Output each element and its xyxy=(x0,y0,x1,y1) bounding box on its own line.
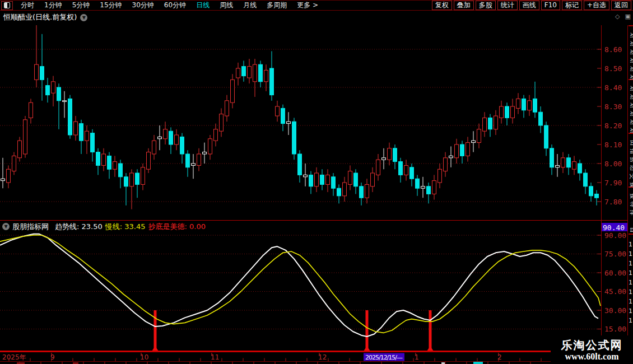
svg-text:1: 1 xyxy=(629,260,632,267)
svg-text:2025/12/15/—: 2025/12/15/— xyxy=(365,354,403,361)
svg-text:8.10: 8.10 xyxy=(604,141,622,149)
svg-text:1: 1 xyxy=(629,250,632,258)
svg-text:90.40: 90.40 xyxy=(603,223,625,232)
svg-text:9: 9 xyxy=(50,353,55,361)
toolbar-button-2[interactable]: 叠加 xyxy=(454,1,474,10)
toolbar-button-5[interactable]: 画线 xyxy=(519,1,539,10)
svg-text:8.00: 8.00 xyxy=(604,160,622,168)
period-tab-10[interactable]: 多周期 xyxy=(262,1,292,10)
svg-text:接: 接 xyxy=(630,193,633,199)
svg-text:划: 划 xyxy=(630,66,633,72)
svg-text:划: 划 xyxy=(630,111,633,116)
svg-text:1: 1 xyxy=(629,288,632,296)
svg-text:8.50: 8.50 xyxy=(604,64,622,73)
period-tab-5[interactable]: 30分钟 xyxy=(127,1,159,10)
toolbar-button-3[interactable]: 多股 xyxy=(476,1,496,10)
toolbar-button-1[interactable]: 复权 xyxy=(432,1,452,10)
toolbar-button-4[interactable]: 统计 xyxy=(497,1,518,10)
svg-text:接: 接 xyxy=(630,182,633,188)
svg-text:1: 1 xyxy=(629,317,632,324)
svg-text:1: 1 xyxy=(629,241,632,248)
svg-text:田: 田 xyxy=(630,140,633,146)
top-toolbar: 分时1分钟5分钟15分钟30分钟60分钟日线周线月线多周期更多 > 复权叠加多股… xyxy=(0,0,633,11)
period-tabs: 分时1分钟5分钟15分钟30分钟60分钟日线周线月线多周期更多 > xyxy=(16,1,323,10)
svg-text:指: 指 xyxy=(630,148,633,154)
svg-text:45.00: 45.00 xyxy=(604,287,626,296)
period-tab-1[interactable]: 分时 xyxy=(16,1,39,10)
toolbar-button-9[interactable]: 返回 xyxy=(611,1,631,10)
chart-corner-icons: ◇ ▣ xyxy=(615,13,631,20)
svg-text:划: 划 xyxy=(630,86,633,91)
svg-text:7.80: 7.80 xyxy=(604,198,622,206)
watermark-site-name: 乐淘公式网 xyxy=(561,338,623,352)
svg-text:划: 划 xyxy=(630,102,633,108)
svg-text:1: 1 xyxy=(629,269,632,277)
svg-text:1: 1 xyxy=(415,353,419,361)
svg-text:划: 划 xyxy=(630,32,633,38)
svg-text:排: 排 xyxy=(630,209,633,216)
svg-text:7.90: 7.90 xyxy=(604,179,622,187)
svg-text:恐: 恐 xyxy=(630,165,633,171)
svg-text:划: 划 xyxy=(630,49,633,55)
watermark-url: www.60lt.com xyxy=(565,352,619,362)
svg-text:划: 划 xyxy=(630,119,633,125)
toolbar-button-8[interactable]: +自选 xyxy=(584,1,609,10)
svg-text:8.40: 8.40 xyxy=(604,83,622,92)
svg-text:11: 11 xyxy=(211,353,219,361)
svg-text:8.30: 8.30 xyxy=(604,102,622,111)
toolbar-button-6[interactable]: F10 xyxy=(541,1,560,10)
svg-text:15.00: 15.00 xyxy=(604,325,626,333)
period-tab-8[interactable]: 周线 xyxy=(215,1,238,10)
svg-text:2: 2 xyxy=(497,353,502,361)
svg-text:90.00: 90.00 xyxy=(604,231,626,240)
toolbar-button-7[interactable]: 标记 xyxy=(562,1,582,10)
indicator-source-label: 股朋指标网 xyxy=(12,222,49,232)
toolbar-actions: 复权叠加多股统计画线F10标记+自选返回 xyxy=(432,1,633,10)
watermark: 乐淘公式网 www.60lt.com xyxy=(551,335,633,364)
slow-line-value: 慢线: 33.45 xyxy=(105,222,146,232)
svg-text:划: 划 xyxy=(630,41,633,46)
trend-line-value: 趋势线: 23.50 xyxy=(55,222,103,232)
svg-text:划: 划 xyxy=(630,94,633,100)
svg-text:自: 自 xyxy=(630,227,633,233)
chart-canvas[interactable]: 8.608.508.408.308.208.108.007.907.8090.0… xyxy=(0,0,633,364)
page-title: 恒顺醋业(日线.前复权) xyxy=(3,12,77,22)
split-window-icon xyxy=(4,2,10,8)
dip-signal-value: 抄底是美德: 0.00 xyxy=(148,222,205,232)
period-tab-7[interactable]: 日线 xyxy=(191,1,215,10)
svg-text:60.00: 60.00 xyxy=(604,269,626,277)
chevron-down-icon[interactable]: ▼ xyxy=(80,14,87,21)
period-tab-9[interactable]: 月线 xyxy=(238,1,262,10)
period-tab-3[interactable]: 5分钟 xyxy=(67,1,95,10)
diamond-icon[interactable]: ◇ xyxy=(615,13,620,20)
window-layout-icon[interactable] xyxy=(1,1,13,10)
svg-text:划: 划 xyxy=(630,74,633,80)
svg-text:交: 交 xyxy=(630,174,633,179)
svg-text:特: 特 xyxy=(630,202,633,207)
svg-text:1: 1 xyxy=(629,307,632,315)
svg-text:8.20: 8.20 xyxy=(604,122,622,130)
svg-text:划: 划 xyxy=(630,58,633,63)
period-tab-2[interactable]: 1分钟 xyxy=(39,1,67,10)
svg-text:12: 12 xyxy=(318,353,327,361)
svg-text:10: 10 xyxy=(140,353,148,361)
svg-text:划: 划 xyxy=(630,128,633,133)
svg-text:1: 1 xyxy=(629,279,632,286)
svg-text:2025年: 2025年 xyxy=(2,353,26,361)
maximize-icon[interactable]: ▣ xyxy=(625,13,630,20)
period-tab-11[interactable]: 更多 > xyxy=(292,1,323,10)
chart-title-row: 恒顺醋业(日线.前复权) ▼ xyxy=(0,12,87,23)
svg-text:30.00: 30.00 xyxy=(604,306,626,315)
svg-text:1: 1 xyxy=(629,298,632,305)
chevron-down-icon[interactable]: ▼ xyxy=(2,223,10,230)
svg-text:8.60: 8.60 xyxy=(604,45,622,54)
period-tab-4[interactable]: 15分钟 xyxy=(95,1,127,10)
svg-text:75.00: 75.00 xyxy=(604,250,626,258)
svg-text:捞: 捞 xyxy=(630,157,633,162)
period-tab-6[interactable]: 60分钟 xyxy=(159,1,191,10)
indicator-header: ▼ 股朋指标网 趋势线: 23.50 慢线: 33.45 抄底是美德: 0.00 xyxy=(0,222,206,231)
